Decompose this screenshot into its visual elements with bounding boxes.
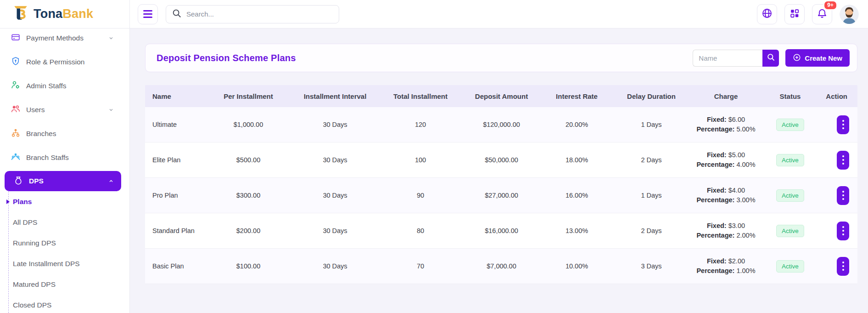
table-header-row: Name Per Installment Installment Interva… <box>145 85 857 107</box>
brand-logo[interactable]: TonaBank <box>0 0 130 28</box>
charge-percentage-value: 2.00% <box>736 232 755 239</box>
row-actions-button[interactable] <box>837 151 849 170</box>
cell-action <box>818 115 857 134</box>
status-badge: Active <box>776 260 804 273</box>
name-filter-input[interactable] <box>693 50 762 67</box>
column-header-charge: Charge <box>689 92 762 100</box>
dps-submenu: Plans All DPS Running DPS Late Installme… <box>0 191 129 313</box>
submenu-item-label: Running DPS <box>13 239 56 247</box>
submenu-item-label: All DPS <box>13 218 37 227</box>
charge-percentage-label: Percentage: <box>696 161 734 168</box>
notifications-button[interactable]: 9+ <box>812 4 832 24</box>
name-search-button[interactable] <box>762 50 779 67</box>
cell-interest-rate: 20.00% <box>540 121 613 128</box>
sidebar-item-admin-staffs[interactable]: Admin Staffs <box>0 74 129 98</box>
row-actions-button[interactable] <box>837 257 849 276</box>
table-row: Standard Plan $200.00 30 Days 80 $16,000… <box>145 213 857 249</box>
cell-total-installment: 80 <box>378 227 463 234</box>
grid-icon <box>790 8 800 20</box>
charge-fixed-label: Fixed: <box>707 222 727 229</box>
cell-deposit-amount: $16,000.00 <box>463 227 540 234</box>
sidebar-item-dps[interactable]: DPS <box>5 171 121 191</box>
submenu-item-closed-dps[interactable]: Closed DPS <box>0 295 129 313</box>
column-header-per-installment: Per Installment <box>205 92 292 100</box>
cell-total-installment: 120 <box>378 121 463 128</box>
submenu-item-plans[interactable]: Plans <box>0 191 129 212</box>
charge-percentage-label: Percentage: <box>696 267 734 274</box>
charge-fixed-value: $2.00 <box>728 257 745 265</box>
charge-percentage-label: Percentage: <box>696 125 734 133</box>
cell-per-installment: $500.00 <box>205 156 292 164</box>
column-header-deposit-amount: Deposit Amount <box>463 92 540 100</box>
user-group-icon <box>11 152 20 163</box>
cell-plan-name: Basic Plan <box>145 262 205 270</box>
column-header-installment-interval: Installment Interval <box>292 92 378 100</box>
table-row: Elite Plan $500.00 30 Days 100 $50,000.0… <box>145 142 857 178</box>
cell-status: Active <box>762 154 818 166</box>
users-icon <box>11 104 20 115</box>
global-search-input[interactable] <box>186 10 333 18</box>
row-actions-button[interactable] <box>837 115 849 134</box>
language-button[interactable] <box>757 4 777 24</box>
plans-table: Name Per Installment Installment Interva… <box>145 85 857 284</box>
cell-charge: Fixed: $4.00 Percentage: 3.00% <box>689 186 762 205</box>
create-new-button[interactable]: Create New <box>785 49 850 67</box>
charge-fixed-value: $4.00 <box>728 187 745 194</box>
row-actions-button[interactable] <box>837 186 849 205</box>
cell-plan-name: Standard Plan <box>145 227 205 234</box>
user-gear-icon <box>11 80 20 91</box>
brand-logo-icon <box>12 5 29 24</box>
cell-charge: Fixed: $2.00 Percentage: 1.00% <box>689 256 762 276</box>
charge-percentage-label: Percentage: <box>696 196 734 204</box>
shield-icon <box>11 57 20 68</box>
credit-card-icon <box>11 33 20 44</box>
submenu-item-label: Late Installment DPS <box>13 260 80 268</box>
cell-plan-name: Pro Plan <box>145 192 205 199</box>
cell-charge: Fixed: $5.00 Percentage: 4.00% <box>689 150 762 170</box>
charge-fixed-value: $6.00 <box>728 116 745 123</box>
cell-deposit-amount: $50,000.00 <box>463 156 540 164</box>
sidebar-item-users[interactable]: Users <box>0 98 129 122</box>
cell-installment-interval: 30 Days <box>292 227 378 234</box>
submenu-item-late-installment-dps[interactable]: Late Installment DPS <box>0 253 129 274</box>
cell-status: Active <box>762 119 818 131</box>
table-row: Pro Plan $300.00 30 Days 90 $27,000.00 1… <box>145 178 857 213</box>
caret-right-icon <box>6 199 10 204</box>
cell-deposit-amount: $27,000.00 <box>463 192 540 199</box>
cell-delay-duration: 1 Days <box>613 192 689 199</box>
sidebar-item-label: Role & Permission <box>26 58 85 66</box>
cell-plan-name: Ultimate <box>145 121 205 128</box>
notification-count-badge: 9+ <box>823 0 837 10</box>
charge-fixed-label: Fixed: <box>707 116 727 123</box>
cell-action <box>818 222 857 240</box>
sidebar-toggle-button[interactable] <box>138 4 158 24</box>
cell-delay-duration: 2 Days <box>613 156 689 164</box>
global-search[interactable] <box>166 5 339 23</box>
cell-interest-rate: 16.00% <box>540 192 613 199</box>
row-actions-button[interactable] <box>837 222 849 240</box>
sidebar-item-branches[interactable]: Branches <box>0 122 129 146</box>
column-header-status: Status <box>762 92 818 100</box>
submenu-item-matured-dps[interactable]: Matured DPS <box>0 274 129 295</box>
column-header-action: Action <box>818 92 857 100</box>
create-new-label: Create New <box>805 54 842 62</box>
cell-interest-rate: 13.00% <box>540 227 613 234</box>
charge-percentage-value: 3.00% <box>736 196 755 204</box>
charge-fixed-value: $3.00 <box>728 222 745 229</box>
cell-status: Active <box>762 189 818 202</box>
sidebar: Payment Methods Role & Permission Admin … <box>0 28 130 313</box>
charge-fixed-label: Fixed: <box>707 257 727 265</box>
sidebar-item-role-permission[interactable]: Role & Permission <box>0 50 129 74</box>
cell-status: Active <box>762 260 818 273</box>
sidebar-item-payment-methods[interactable]: Payment Methods <box>0 28 129 50</box>
search-icon <box>172 8 182 20</box>
apps-button[interactable] <box>784 4 805 24</box>
user-avatar[interactable] <box>840 5 859 24</box>
sidebar-item-branch-staffs[interactable]: Branch Staffs <box>0 146 129 170</box>
submenu-item-running-dps[interactable]: Running DPS <box>0 233 129 253</box>
globe-icon <box>762 8 773 20</box>
cell-installment-interval: 30 Days <box>292 262 378 270</box>
submenu-item-all-dps[interactable]: All DPS <box>0 212 129 233</box>
cell-delay-duration: 3 Days <box>613 262 689 270</box>
status-badge: Active <box>776 154 804 166</box>
